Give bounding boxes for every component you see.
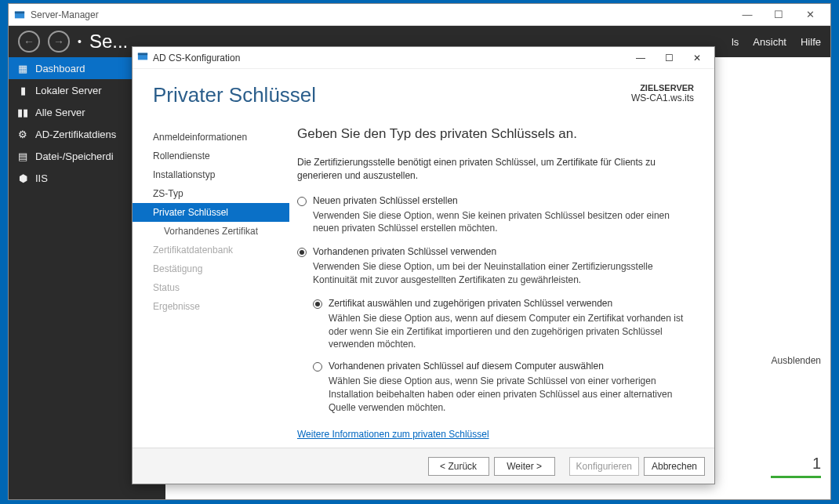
svg-rect-3 [138, 53, 147, 56]
sidebar-item-label: Datei-/Speicherdi [35, 150, 114, 162]
target-server-name: WS-CA1.ws.its [631, 92, 694, 103]
target-server-label: ZIELSERVER [631, 83, 694, 92]
breadcrumb: Se... [89, 31, 128, 53]
step-credentials[interactable]: Anmeldeinformationen [133, 128, 289, 147]
menu-hilfe[interactable]: Hilfe [801, 36, 821, 48]
page-title: Privater Schlüssel [153, 83, 316, 107]
maximize-button[interactable]: ☐ [763, 4, 794, 26]
nav-back-icon[interactable]: ← [18, 31, 40, 53]
menu-item-truncated[interactable]: ls [732, 36, 739, 48]
ausblenden-link[interactable]: Ausblenden [758, 355, 821, 371]
more-info-link[interactable]: Weitere Informationen zum privaten Schlü… [297, 429, 489, 440]
radio-new-key[interactable]: Neuen privaten Schlüssel erstellen [297, 195, 692, 206]
adcs-config-dialog: AD CS-Konfiguration — ☐ ✕ Privater Schlü… [132, 46, 715, 484]
step-ca-type[interactable]: ZS-Typ [133, 184, 289, 203]
radio-existing-key-desc: Verwenden Sie diese Option, um bei der N… [313, 260, 692, 287]
step-private-key[interactable]: Privater Schlüssel [133, 203, 289, 222]
radio-select-existing-key[interactable]: Vorhandenen privaten Schlüssel auf diese… [313, 361, 692, 372]
wizard-step-list: Anmeldeinformationen Rollendienste Insta… [133, 115, 289, 448]
cert-icon: ⚙ [16, 129, 29, 140]
server-manager-titlebar: Server-Manager — ☐ ✕ [9, 4, 830, 26]
radio-select-cert[interactable]: Zertifikat auswählen und zugehörigen pri… [313, 298, 692, 309]
radio-icon [297, 248, 307, 257]
dialog-maximize-button[interactable]: ☐ [655, 48, 683, 68]
app-icon [13, 9, 26, 20]
form-title: Geben Sie den Typ des privaten Schlüssel… [297, 126, 692, 142]
sidebar-item-label: AD-Zertifikatdiens [35, 129, 116, 140]
servers-icon: ▮▮ [16, 107, 29, 118]
radio-icon [313, 362, 322, 372]
radio-new-key-desc: Verwenden Sie diese Option, wenn Sie kei… [313, 209, 692, 236]
sidebar-item-label: Dashboard [35, 63, 85, 74]
radio-existing-key[interactable]: Vorhandenen privaten Schlüssel verwenden [297, 246, 692, 257]
sidebar-item-label: Lokaler Server [35, 85, 102, 96]
radio-select-existing-key-desc: Wählen Sie diese Option aus, wenn Sie pr… [329, 375, 692, 414]
radio-label: Zertifikat auswählen und zugehörigen pri… [329, 298, 612, 309]
close-button[interactable]: ✕ [794, 4, 826, 26]
cancel-button[interactable]: Abbrechen [644, 457, 705, 476]
step-role-services[interactable]: Rollendienste [133, 147, 289, 165]
form-intro: Die Zertifizierungsstelle benötigt einen… [297, 156, 692, 183]
dialog-title: AD CS-Konfiguration [153, 53, 240, 63]
wizard-footer: < Zurück Weiter > Konfigurieren Abbreche… [133, 448, 714, 484]
nav-forward-icon[interactable]: → [48, 31, 70, 53]
wizard-form: Geben Sie den Typ des privaten Schlüssel… [289, 115, 714, 448]
step-results: Ergebnisse [133, 297, 289, 316]
sidebar-item-label: Alle Server [35, 107, 85, 118]
step-cert-db: Zertifikatdatenbank [133, 241, 289, 259]
step-status: Status [133, 278, 289, 297]
radio-label: Neuen privaten Schlüssel erstellen [313, 195, 458, 206]
svg-rect-1 [15, 11, 24, 13]
dialog-titlebar: AD CS-Konfiguration — ☐ ✕ [133, 47, 714, 69]
menu-ansicht[interactable]: Ansicht [753, 36, 786, 48]
radio-select-cert-desc: Wählen Sie diese Option aus, wenn auf di… [329, 312, 692, 351]
nav-sep-icon: • [78, 35, 82, 48]
dashboard-icon: ▦ [16, 63, 29, 74]
step-confirm: Bestätigung [133, 259, 289, 278]
dialog-close-button[interactable]: ✕ [683, 48, 711, 68]
back-button[interactable]: < Zurück [428, 457, 489, 476]
radio-icon [297, 197, 307, 206]
radio-label: Vorhandenen privaten Schlüssel auf diese… [329, 361, 604, 372]
target-server-box: ZIELSERVER WS-CA1.ws.its [631, 83, 694, 107]
configure-button: Konfigurieren [569, 457, 639, 476]
radio-label: Vorhandenen privaten Schlüssel verwenden [313, 246, 496, 257]
step-existing-cert[interactable]: Vorhandenes Zertifikat [133, 222, 289, 241]
storage-icon: ▤ [16, 150, 29, 162]
window-title: Server-Manager [31, 9, 99, 20]
iis-icon: ⬢ [16, 172, 29, 184]
sidebar-item-label: IIS [35, 172, 48, 184]
next-button[interactable]: Weiter > [494, 457, 555, 476]
app-icon [137, 51, 148, 64]
minimize-button[interactable]: — [732, 4, 763, 26]
dialog-minimize-button[interactable]: — [627, 48, 655, 68]
server-icon: ▮ [16, 85, 29, 96]
tile-count: 1 [771, 455, 821, 478]
radio-icon [313, 299, 322, 309]
step-install-type[interactable]: Installationstyp [133, 165, 289, 184]
